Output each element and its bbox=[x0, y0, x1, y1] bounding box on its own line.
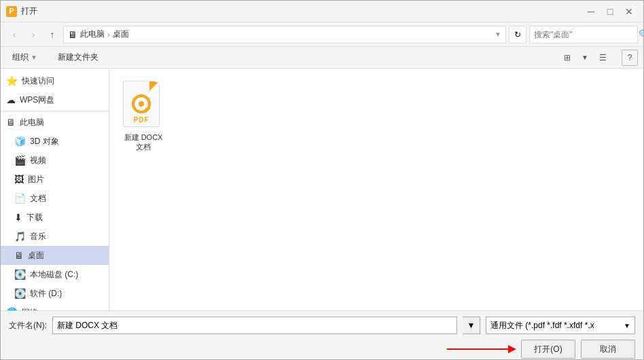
sidebar-label-this-pc: 此电脑 bbox=[20, 117, 44, 128]
view-dropdown-button[interactable]: ▼ bbox=[577, 50, 593, 66]
organize-dropdown-icon: ▼ bbox=[31, 54, 37, 61]
desktop-icon: 🖥 bbox=[14, 250, 24, 261]
music-icon: 🎵 bbox=[14, 231, 26, 242]
sidebar-label-downloads: 下载 bbox=[26, 212, 43, 223]
search-bar: 🔍 bbox=[529, 26, 638, 43]
action-bar: 组织 ▼ 新建文件夹 ⊞ ▼ ☰ ? bbox=[1, 47, 643, 69]
search-input[interactable] bbox=[534, 30, 636, 39]
new-folder-label: 新建文件夹 bbox=[58, 52, 99, 63]
sidebar-item-music[interactable]: 🎵 音乐 bbox=[1, 227, 109, 246]
organize-button[interactable]: 组织 ▼ bbox=[6, 50, 43, 66]
up-button[interactable]: ↑ bbox=[44, 26, 60, 43]
title-bar: P 打开 ─ □ ✕ bbox=[1, 1, 643, 22]
sidebar-item-quick-access[interactable]: ⭐ 快速访问 bbox=[1, 71, 109, 90]
3d-icon: 🧊 bbox=[14, 136, 26, 147]
navigation-toolbar: ‹ › ↑ 🖥 此电脑 › 桌面 ▼ ↻ 🔍 bbox=[1, 22, 643, 47]
sidebar-item-desktop[interactable]: 🖥 桌面 bbox=[1, 246, 109, 265]
sidebar-item-local-disk-c[interactable]: 💽 本地磁盘 (C:) bbox=[1, 265, 109, 284]
downloads-icon: ⬇ bbox=[14, 212, 22, 223]
sidebar-label-local-disk-c: 本地磁盘 (C:) bbox=[30, 269, 78, 281]
refresh-icon: ↻ bbox=[514, 30, 521, 39]
sidebar-label-wps-cloud: WPS网盘 bbox=[20, 94, 54, 106]
app-icon: P bbox=[6, 6, 17, 17]
refresh-button[interactable]: ↻ bbox=[509, 26, 526, 43]
filetype-value: 通用文件 (*.pdf *.fdf *.xfdf *.x bbox=[490, 320, 594, 331]
breadcrumb[interactable]: 🖥 此电脑 › 桌面 ▼ bbox=[63, 26, 506, 43]
search-icon[interactable]: 🔍 bbox=[639, 29, 644, 39]
filetype-dropdown-icon: ▼ bbox=[624, 322, 630, 329]
sidebar-label-videos: 视频 bbox=[30, 155, 46, 166]
file-area: PDF 新建 DOCX 文档 bbox=[109, 69, 643, 310]
title-left: P 打开 bbox=[6, 5, 37, 17]
forward-button[interactable]: › bbox=[25, 26, 41, 43]
filename-dropdown[interactable]: ▼ bbox=[463, 317, 480, 334]
bottom-bar: 文件名(N): ▼ 通用文件 (*.pdf *.fdf *.xfdf *.x ▼… bbox=[1, 310, 643, 359]
breadcrumb-item-pc: 此电脑 bbox=[80, 29, 105, 40]
quick-access-icon: ⭐ bbox=[6, 75, 18, 86]
minimize-button[interactable]: ─ bbox=[582, 5, 600, 18]
sidebar: ⭐ 快速访问 ☁ WPS网盘 🖥 此电脑 🧊 3D 对象 🎬 视频 🖼 bbox=[1, 69, 109, 310]
dialog-title: 打开 bbox=[21, 5, 37, 17]
filename-label: 文件名(N): bbox=[9, 320, 47, 331]
sidebar-item-software-d[interactable]: 💽 软件 (D:) bbox=[1, 284, 109, 303]
sidebar-separator-1 bbox=[1, 111, 109, 111]
sidebar-label-documents: 文档 bbox=[30, 193, 46, 204]
filename-input[interactable] bbox=[52, 317, 457, 334]
sidebar-item-videos[interactable]: 🎬 视频 bbox=[1, 151, 109, 170]
arrow-annotation bbox=[447, 345, 516, 353]
title-controls: ─ □ ✕ bbox=[582, 5, 638, 18]
file-name: 新建 DOCX 文档 bbox=[120, 132, 166, 152]
open-dialog: P 打开 ─ □ ✕ ‹ › ↑ 🖥 此电脑 › 桌面 ▼ ↻ 🔍 bbox=[0, 0, 644, 360]
sidebar-item-downloads[interactable]: ⬇ 下载 bbox=[1, 208, 109, 227]
sidebar-label-music: 音乐 bbox=[30, 231, 46, 242]
sidebar-label-3d-objects: 3D 对象 bbox=[30, 136, 59, 147]
main-area: ⭐ 快速访问 ☁ WPS网盘 🖥 此电脑 🧊 3D 对象 🎬 视频 🖼 bbox=[1, 69, 643, 310]
view-icon-button-2[interactable]: ☰ bbox=[594, 50, 611, 66]
breadcrumb-dropdown[interactable]: ▼ bbox=[495, 31, 501, 38]
close-button[interactable]: ✕ bbox=[620, 5, 638, 18]
sidebar-item-wps-cloud[interactable]: ☁ WPS网盘 bbox=[1, 90, 109, 109]
pdf-label-text: PDF bbox=[134, 116, 149, 124]
sidebar-label-pictures: 图片 bbox=[28, 174, 44, 185]
documents-icon: 📄 bbox=[14, 193, 26, 204]
open-button[interactable]: 打开(O) bbox=[521, 340, 575, 359]
svg-text:P: P bbox=[10, 7, 14, 15]
view-icon-button-1[interactable]: ⊞ bbox=[559, 50, 575, 66]
pictures-icon: 🖼 bbox=[14, 174, 24, 185]
sidebar-label-desktop: 桌面 bbox=[28, 250, 44, 262]
cancel-button[interactable]: 取消 bbox=[581, 340, 635, 359]
computer-icon: 🖥 bbox=[68, 29, 77, 40]
wps-cloud-icon: ☁ bbox=[6, 94, 16, 105]
file-item-pdf[interactable]: PDF 新建 DOCX 文档 bbox=[116, 75, 171, 158]
this-pc-icon: 🖥 bbox=[6, 117, 16, 128]
new-folder-button[interactable]: 新建文件夹 bbox=[52, 50, 105, 66]
sidebar-item-documents[interactable]: 📄 文档 bbox=[1, 189, 109, 208]
arrow-line bbox=[447, 348, 508, 350]
view-controls: ⊞ ▼ ☰ bbox=[559, 50, 611, 66]
sidebar-label-software-d: 软件 (D:) bbox=[30, 288, 62, 300]
breadcrumb-item-desktop: 桌面 bbox=[113, 29, 129, 40]
maximize-button[interactable]: □ bbox=[601, 5, 619, 18]
sidebar-item-3d-objects[interactable]: 🧊 3D 对象 bbox=[1, 132, 109, 151]
organize-label: 组织 bbox=[12, 52, 29, 63]
videos-icon: 🎬 bbox=[14, 155, 26, 166]
file-grid: PDF 新建 DOCX 文档 bbox=[116, 75, 637, 158]
sidebar-item-this-pc[interactable]: 🖥 此电脑 bbox=[1, 113, 109, 132]
software-d-icon: 💽 bbox=[14, 288, 26, 299]
back-button[interactable]: ‹ bbox=[6, 26, 22, 43]
help-button[interactable]: ? bbox=[622, 50, 638, 66]
local-disk-c-icon: 💽 bbox=[14, 269, 26, 280]
buttons-row: 打开(O) 取消 bbox=[9, 340, 635, 359]
sidebar-item-network[interactable]: 🌐 网络 bbox=[1, 303, 109, 310]
filename-row: 文件名(N): ▼ 通用文件 (*.pdf *.fdf *.xfdf *.x ▼ bbox=[9, 317, 635, 334]
filetype-select[interactable]: 通用文件 (*.pdf *.fdf *.xfdf *.x ▼ bbox=[486, 317, 635, 334]
arrow-head bbox=[508, 345, 516, 353]
sidebar-label-quick-access: 快速访问 bbox=[22, 75, 54, 87]
sidebar-item-pictures[interactable]: 🖼 图片 bbox=[1, 170, 109, 189]
breadcrumb-sep-1: › bbox=[107, 30, 110, 39]
pdf-file-icon: PDF bbox=[123, 81, 164, 130]
